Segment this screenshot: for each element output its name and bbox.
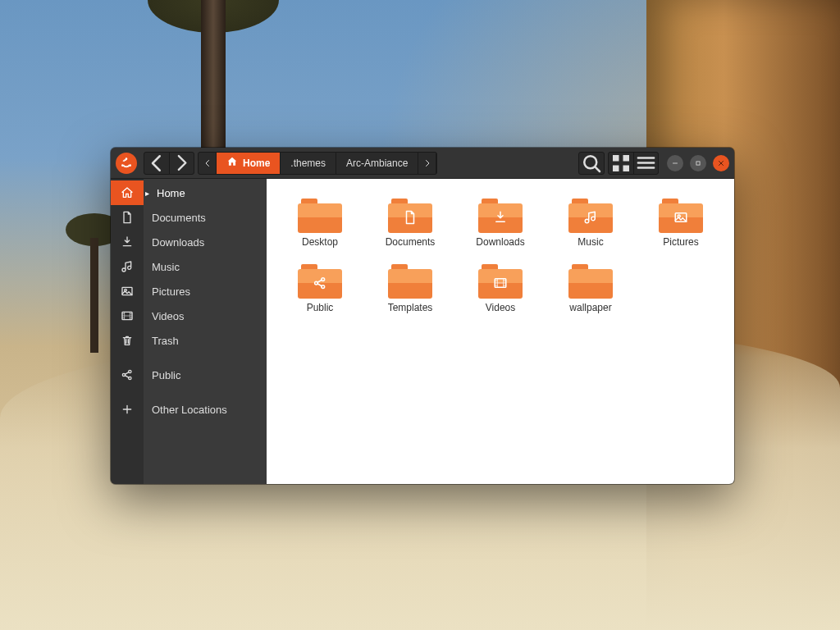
- breadcrumb-label: Home: [243, 158, 270, 169]
- rail-item-documents[interactable]: [111, 205, 144, 230]
- sidebar-item-music[interactable]: Music: [144, 254, 267, 279]
- folder-label: Templates: [388, 302, 433, 313]
- sidebar-item-label: Downloads: [152, 236, 204, 249]
- sidebar-item-documents[interactable]: Documents: [144, 205, 267, 230]
- download-icon: [478, 210, 523, 225]
- folder-templates[interactable]: Templates: [367, 259, 454, 318]
- music-icon: [568, 210, 613, 225]
- nav-back-button[interactable]: [144, 153, 169, 174]
- videos-icon: [478, 276, 523, 290]
- toolbar-view: [608, 152, 659, 175]
- sidebar-item-label: Other Locations: [152, 404, 227, 416]
- folder-label: Downloads: [476, 236, 524, 248]
- search-button[interactable]: [579, 153, 604, 174]
- icon-view-button[interactable]: [609, 153, 633, 174]
- file-manager-window: Home .themes Arc-Ambiance HomeDocumentsD…: [111, 148, 734, 484]
- sidebar-item-label: Documents: [152, 212, 206, 224]
- sidebar-item-other-locations[interactable]: Other Locations: [144, 397, 267, 422]
- rail-item-music[interactable]: [111, 254, 144, 279]
- window-close-button[interactable]: [713, 155, 729, 171]
- folder-icon: [659, 199, 703, 233]
- breadcrumb-segment-themes[interactable]: .themes: [281, 153, 336, 174]
- folder-videos[interactable]: Videos: [457, 259, 544, 318]
- folder-desktop[interactable]: Desktop: [276, 194, 363, 253]
- folder-icon: [568, 199, 613, 233]
- breadcrumb-label: Arc-Ambiance: [346, 158, 408, 169]
- breadcrumb-prev-button[interactable]: [199, 153, 217, 174]
- wallpaper-tree: [90, 238, 98, 353]
- sidebar-item-pictures[interactable]: Pictures: [144, 279, 267, 304]
- folder-documents[interactable]: Documents: [367, 194, 454, 253]
- breadcrumb-label: .themes: [290, 158, 326, 169]
- share-icon: [298, 276, 342, 290]
- folder-wallpaper[interactable]: wallpaper: [547, 259, 634, 318]
- rail-item-videos[interactable]: [111, 304, 144, 328]
- folder-icon: [298, 199, 342, 233]
- folder-icon: [478, 199, 523, 233]
- sidebar-item-label: Public: [152, 369, 180, 381]
- sidebar-item-label: Videos: [152, 310, 185, 322]
- sidebar-item-label: Home: [157, 187, 185, 199]
- rail-item-other-locations[interactable]: [111, 397, 144, 422]
- rail-item-pictures[interactable]: [111, 279, 144, 304]
- folder-pictures[interactable]: Pictures: [637, 194, 724, 253]
- folder-label: Pictures: [663, 236, 698, 248]
- rail-item-trash[interactable]: [111, 328, 144, 353]
- window-minimize-button[interactable]: [667, 155, 683, 171]
- hamburger-menu-button[interactable]: [633, 153, 658, 174]
- window-maximize-button[interactable]: [690, 155, 706, 171]
- ubuntu-logo-icon[interactable]: [116, 153, 137, 174]
- sidebar-item-label: Trash: [152, 335, 179, 347]
- home-icon: [226, 156, 238, 170]
- window-controls: [667, 155, 729, 171]
- rail-item-home[interactable]: [111, 180, 144, 205]
- breadcrumb-segment-arc-ambiance[interactable]: Arc-Ambiance: [336, 153, 418, 174]
- folder-downloads[interactable]: Downloads: [457, 194, 544, 253]
- sidebar-item-videos[interactable]: Videos: [144, 304, 267, 328]
- toolbar-search: [578, 152, 605, 175]
- sidebar-item-trash[interactable]: Trash: [144, 328, 267, 353]
- folder-icon: [568, 264, 613, 299]
- folder-music[interactable]: Music: [547, 194, 634, 253]
- folder-content-area[interactable]: Desktop Documents Downloads Music Pictur…: [267, 179, 734, 484]
- folder-label: Documents: [386, 236, 436, 248]
- breadcrumb-segment-home[interactable]: Home: [217, 153, 281, 174]
- folder-public[interactable]: Public: [276, 259, 363, 318]
- nav-back-forward: [144, 152, 194, 175]
- folder-icon: [388, 199, 432, 233]
- folder-label: wallpaper: [569, 302, 611, 313]
- breadcrumb: Home .themes Arc-Ambiance: [198, 152, 437, 175]
- folder-icon: [298, 264, 342, 299]
- folder-label: Videos: [486, 302, 515, 313]
- folder-grid: Desktop Documents Downloads Music Pictur…: [276, 194, 724, 318]
- titlebar: Home .themes Arc-Ambiance: [111, 148, 734, 179]
- sidebar-item-label: Pictures: [152, 285, 190, 298]
- sidebar-item-public[interactable]: Public: [144, 363, 267, 387]
- folder-icon: [388, 264, 432, 299]
- rail-item-downloads[interactable]: [111, 230, 144, 254]
- folder-label: Public: [307, 302, 334, 313]
- nav-forward-button[interactable]: [169, 153, 194, 174]
- sidebar-item-downloads[interactable]: Downloads: [144, 230, 267, 254]
- places-sidebar: HomeDocumentsDownloadsMusicPicturesVideo…: [144, 179, 267, 484]
- breadcrumb-next-button[interactable]: [418, 153, 436, 174]
- pictures-icon: [659, 210, 703, 225]
- folder-label: Desktop: [302, 236, 338, 248]
- places-rail: [111, 179, 144, 484]
- sidebar-item-home[interactable]: Home: [144, 180, 267, 205]
- folder-label: Music: [578, 236, 603, 248]
- window-body: HomeDocumentsDownloadsMusicPicturesVideo…: [111, 179, 734, 484]
- document-icon: [388, 210, 432, 225]
- rail-item-public[interactable]: [111, 363, 144, 387]
- sidebar-item-label: Music: [152, 261, 180, 273]
- folder-icon: [478, 264, 523, 299]
